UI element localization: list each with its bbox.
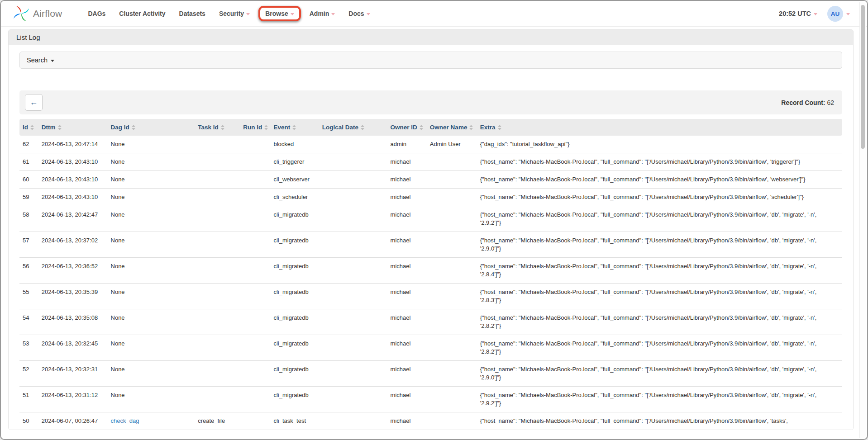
- cell-extra: {"dag_ids": "tutorial_taskflow_api"}: [477, 136, 842, 153]
- sort-icon[interactable]: [58, 125, 62, 130]
- sort-icon[interactable]: [132, 125, 135, 130]
- cell-id: 58: [19, 206, 38, 232]
- cell-event: cli_migratedb: [270, 387, 319, 412]
- dag-link[interactable]: check_dag: [111, 417, 139, 424]
- nav-item-dags[interactable]: DAGs: [81, 6, 112, 21]
- column-header-logical-date[interactable]: Logical Date: [319, 119, 387, 136]
- top-navbar: Airflow DAGsCluster ActivityDatasetsSecu…: [1, 1, 867, 27]
- avatar: AU: [827, 6, 843, 22]
- table-row: 552024-06-13, 20:35:39Nonecli_migratedbm…: [19, 284, 842, 309]
- nav-item-browse[interactable]: Browse: [258, 6, 301, 21]
- chevron-down-icon: [331, 13, 335, 15]
- log-table: IdDttmDag IdTask IdRun IdEventLogical Da…: [19, 119, 842, 430]
- nav-item-label: Cluster Activity: [119, 10, 165, 17]
- cell-owner-name: Admin User: [427, 136, 477, 153]
- cell-run-id: [240, 258, 270, 284]
- column-header-owner-id[interactable]: Owner ID: [387, 119, 427, 136]
- airflow-brand[interactable]: Airflow: [13, 5, 62, 22]
- cell-dag-id: None: [108, 171, 195, 189]
- cell-owner-id: michael: [387, 206, 427, 232]
- back-arrow-icon: ←: [30, 98, 38, 107]
- cell-task-id: [195, 206, 240, 232]
- cell-id: 61: [19, 153, 38, 171]
- table-row: 502024-06-07, 00:26:47check_dagcreate_fi…: [19, 412, 842, 430]
- user-menu[interactable]: AU: [827, 6, 850, 22]
- cell-extra: {"host_name": "Michaels-MacBook-Pro.loca…: [477, 153, 842, 171]
- cell-extra: {"host_name": "Michaels-MacBook-Pro.loca…: [477, 361, 842, 387]
- cell-dag-id: None: [108, 387, 195, 412]
- sort-icon[interactable]: [30, 125, 34, 130]
- column-header-id[interactable]: Id: [19, 119, 38, 136]
- cell-owner-id: admin: [387, 136, 427, 153]
- cell-extra: {"host_name": "Michaels-MacBook-Pro.loca…: [477, 412, 842, 430]
- nav-item-security[interactable]: Security: [212, 6, 257, 21]
- cell-owner-id: michael: [387, 258, 427, 284]
- cell-event: cli_triggerer: [270, 153, 319, 171]
- panel-body: Search ← Record Count: 62 IdDttmDag IdTa…: [9, 45, 853, 430]
- cell-owner-name: [427, 387, 477, 412]
- cell-extra: {"host_name": "Michaels-MacBook-Pro.loca…: [477, 309, 842, 335]
- chevron-down-icon: [291, 13, 294, 15]
- utc-clock-dropdown[interactable]: 20:52 UTC: [779, 10, 817, 17]
- sort-icon[interactable]: [292, 125, 296, 130]
- search-dropdown[interactable]: Search: [19, 52, 842, 69]
- cell-extra: {"host_name": "Michaels-MacBook-Pro.loca…: [477, 335, 842, 361]
- column-header-run-id[interactable]: Run Id: [240, 119, 270, 136]
- vertical-scrollbar-thumb[interactable]: [861, 5, 865, 149]
- column-header-dttm[interactable]: Dttm: [38, 119, 108, 136]
- back-button[interactable]: ←: [25, 94, 43, 111]
- cell-extra: {"host_name": "Michaels-MacBook-Pro.loca…: [477, 189, 842, 206]
- cell-dag-id: None: [108, 136, 195, 153]
- column-header-dag-id[interactable]: Dag Id: [108, 119, 195, 136]
- sort-icon[interactable]: [264, 125, 268, 130]
- cell-run-id: [240, 153, 270, 171]
- chevron-down-icon: [846, 13, 850, 15]
- sort-icon[interactable]: [221, 125, 224, 130]
- cell-dag-id: check_dag: [108, 412, 195, 430]
- chevron-down-icon: [51, 60, 54, 62]
- cell-owner-id: michael: [387, 232, 427, 258]
- cell-owner-id: michael: [387, 153, 427, 171]
- cell-task-id: [195, 335, 240, 361]
- cell-owner-id: michael: [387, 189, 427, 206]
- column-header-task-id[interactable]: Task Id: [195, 119, 240, 136]
- cell-id: 56: [19, 258, 38, 284]
- cell-logical-date: [319, 361, 387, 387]
- cell-task-id: [195, 232, 240, 258]
- nav-item-admin[interactable]: Admin: [303, 6, 342, 21]
- cell-owner-id: michael: [387, 284, 427, 309]
- cell-extra: {"host_name": "Michaels-MacBook-Pro.loca…: [477, 206, 842, 232]
- nav-item-docs[interactable]: Docs: [342, 6, 377, 21]
- cell-event: cli_task_test: [270, 412, 319, 430]
- sort-icon[interactable]: [498, 125, 501, 130]
- cell-owner-id: michael: [387, 412, 427, 430]
- record-count-label: Record Count:: [781, 99, 825, 106]
- cell-id: 55: [19, 284, 38, 309]
- column-header-extra[interactable]: Extra: [477, 119, 842, 136]
- cell-dag-id: None: [108, 258, 195, 284]
- cell-dttm: 2024-06-13, 20:35:08: [38, 309, 108, 335]
- record-count: Record Count: 62: [781, 99, 837, 106]
- sort-icon[interactable]: [469, 125, 473, 130]
- nav-item-label: Browse: [265, 10, 288, 17]
- nav-item-cluster-activity[interactable]: Cluster Activity: [112, 6, 172, 21]
- sort-icon[interactable]: [420, 125, 423, 130]
- column-header-event[interactable]: Event: [270, 119, 319, 136]
- cell-dttm: 2024-06-13, 20:32:31: [38, 361, 108, 387]
- cell-logical-date: [319, 387, 387, 412]
- cell-task-id: [195, 387, 240, 412]
- cell-logical-date: [319, 335, 387, 361]
- sort-icon[interactable]: [361, 125, 364, 130]
- brand-label: Airflow: [33, 8, 62, 19]
- cell-dag-id: None: [108, 284, 195, 309]
- vertical-scrollbar-track[interactable]: [859, 2, 866, 438]
- nav-menu: DAGsCluster ActivityDatasetsSecurityBrow…: [81, 6, 377, 21]
- column-header-label: Task Id: [198, 124, 219, 131]
- cell-run-id: [240, 171, 270, 189]
- nav-item-datasets[interactable]: Datasets: [172, 6, 212, 21]
- cell-logical-date: [319, 284, 387, 309]
- table-row: 602024-06-13, 20:43:10Nonecli_webserverm…: [19, 171, 842, 189]
- column-header-owner-name[interactable]: Owner Name: [427, 119, 477, 136]
- cell-event: cli_webserver: [270, 171, 319, 189]
- cell-owner-name: [427, 309, 477, 335]
